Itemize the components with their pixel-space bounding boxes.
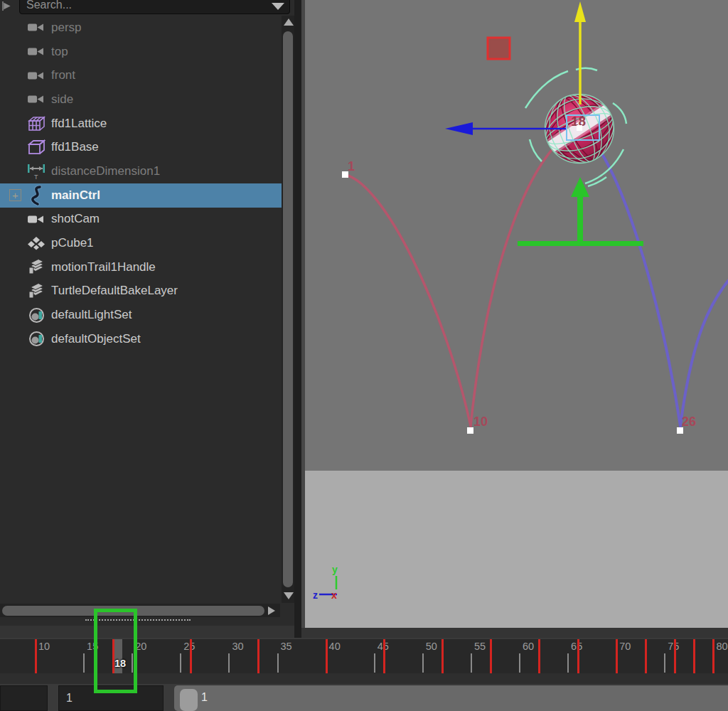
range-slider[interactable]: 1 — [174, 685, 728, 711]
playback-start-value: 1 — [66, 692, 73, 705]
camera-icon — [26, 210, 46, 228]
chevron-down-icon[interactable] — [272, 3, 284, 10]
layers-icon — [26, 259, 46, 276]
keyframe-tick-40 — [326, 639, 328, 675]
scroll-right-icon[interactable] — [268, 606, 275, 615]
curve-control-icon — [26, 187, 46, 204]
manipulator-center-handle[interactable] — [577, 125, 582, 131]
frame-tick-label: 50 — [426, 641, 437, 652]
outliner-item-label: persp — [51, 21, 82, 35]
outliner-search-row: Search... — [0, 0, 294, 15]
range-start-label: 1 — [201, 691, 208, 704]
outliner-item-label: top — [51, 45, 68, 59]
outliner-item-label: TurtleDefaultBakeLayer — [51, 284, 178, 298]
frame-tick — [180, 653, 181, 673]
outliner-item-ffd1Base[interactable]: ffd1Base — [0, 135, 282, 159]
viewport-panel[interactable]: 1 10 26 — [301, 0, 728, 628]
lattice-icon — [26, 115, 46, 132]
outliner-item-ffd1Lattice[interactable]: ffd1Lattice — [0, 112, 282, 136]
move-manipulator-y-axis[interactable] — [574, 1, 586, 105]
range-slider-start-handle[interactable] — [180, 689, 198, 711]
outliner-item-motionTrail1Handle[interactable]: motionTrail1Handle — [0, 255, 282, 279]
keyframe-tick-10 — [35, 639, 37, 675]
frame-tick — [228, 653, 230, 673]
search-input[interactable]: Search... — [19, 0, 290, 14]
panel-expand-icon[interactable] — [1, 1, 11, 11]
outliner-item-top[interactable]: top — [0, 40, 282, 64]
frame-tick — [664, 653, 665, 673]
frame-tick-label: 30 — [232, 641, 243, 652]
frame-tick — [422, 653, 424, 673]
ground-plane — [305, 471, 728, 628]
trail-keyframe-markers[interactable] — [342, 171, 683, 434]
panel-divider[interactable] — [294, 0, 301, 638]
keyframe-tick-62 — [538, 639, 540, 675]
viewport-canvas[interactable]: 1 10 26 — [305, 0, 728, 628]
trail-key-label-1: 1 — [348, 159, 355, 173]
frame-tick-label: 35 — [281, 641, 292, 652]
vscrollbar-thumb[interactable] — [283, 31, 293, 587]
motion-trail[interactable] — [346, 128, 728, 426]
outliner-item-label: side — [51, 92, 73, 107]
keyframe-tick-33 — [257, 639, 259, 675]
frame-tick-label: 40 — [329, 641, 341, 652]
keyframe-tick-78 — [693, 639, 695, 675]
keyframe-tick-52 — [441, 639, 444, 675]
axis-z-label: z — [313, 589, 318, 601]
keyframe-tick-26 — [190, 639, 192, 675]
frame-tick — [567, 653, 569, 673]
outliner-item-mainCtrl[interactable]: +mainCtrl — [0, 183, 282, 208]
outliner-item-label: defaultLightSet — [51, 308, 132, 322]
outliner-panel: Search... persptopfrontsideffd1Latticeff… — [0, 0, 294, 626]
frame-tick — [83, 653, 85, 673]
animation-start-field[interactable] — [0, 685, 48, 711]
lattice-base-icon — [26, 139, 46, 156]
outliner-item-label: motionTrail1Handle — [51, 260, 156, 274]
outliner-item-persp[interactable]: persp — [0, 16, 282, 40]
set-icon — [26, 306, 46, 324]
frame-tick-label: 70 — [619, 641, 631, 652]
svg-text:T: T — [34, 173, 38, 180]
scroll-down-icon[interactable] — [284, 592, 294, 599]
camera-icon — [26, 91, 46, 108]
outliner-item-defaultObjectSet[interactable]: defaultObjectSet — [0, 327, 282, 351]
keyframe-tick-73 — [645, 639, 647, 675]
outliner-item-label: ffd1Base — [51, 140, 99, 154]
outliner-item-label: pCube1 — [51, 236, 94, 250]
distance-dimension-icon: T — [26, 163, 46, 180]
annotation-up-arrow — [518, 177, 643, 246]
keyframe-tick-80 — [712, 639, 714, 675]
outliner-item-side[interactable]: side — [0, 87, 282, 112]
outliner-item-TurtleDefaultBakeLayer[interactable]: TurtleDefaultBakeLayer — [0, 279, 282, 304]
keyframe-tick-57 — [490, 639, 492, 675]
outliner-item-label: mainCtrl — [51, 188, 100, 203]
outliner-item-label: shotCam — [51, 212, 100, 226]
camera-icon — [26, 67, 46, 84]
outliner-item-pCube1[interactable]: pCube1 — [0, 231, 282, 255]
outliner-item-front[interactable]: front — [0, 63, 282, 87]
trail-handle-marker[interactable] — [488, 38, 510, 59]
trail-key-label-10: 10 — [473, 415, 488, 429]
keyframe-tick-76 — [674, 639, 676, 675]
layers-icon — [26, 282, 46, 299]
keyframe-tick-46 — [383, 639, 385, 675]
camera-icon — [26, 19, 46, 36]
trail-key-label-26: 26 — [682, 415, 696, 429]
outliner-item-label: front — [51, 68, 75, 82]
outliner-item-distanceDimension1[interactable]: TdistanceDimension1 — [0, 159, 282, 183]
camera-icon — [26, 43, 46, 60]
outliner-item-defaultLightSet[interactable]: defaultLightSet — [0, 303, 282, 327]
frame-tick-label: 60 — [523, 641, 534, 652]
frame-tick-label: 55 — [474, 641, 486, 652]
keyframe-tick-70 — [616, 639, 618, 675]
scroll-up-icon[interactable] — [284, 18, 294, 26]
maya-window: Search... persptopfrontsideffd1Latticeff… — [0, 0, 728, 711]
frame-tick — [374, 653, 375, 673]
frame-tick — [277, 653, 279, 673]
outliner-item-shotCam[interactable]: shotCam — [0, 208, 282, 232]
outliner-item-label: distanceDimension1 — [51, 164, 160, 178]
keyframe-tick-66 — [577, 639, 579, 675]
outliner-item-label: defaultObjectSet — [51, 332, 141, 346]
poly-mesh-icon — [26, 235, 46, 252]
expand-plus-icon[interactable]: + — [9, 189, 21, 201]
